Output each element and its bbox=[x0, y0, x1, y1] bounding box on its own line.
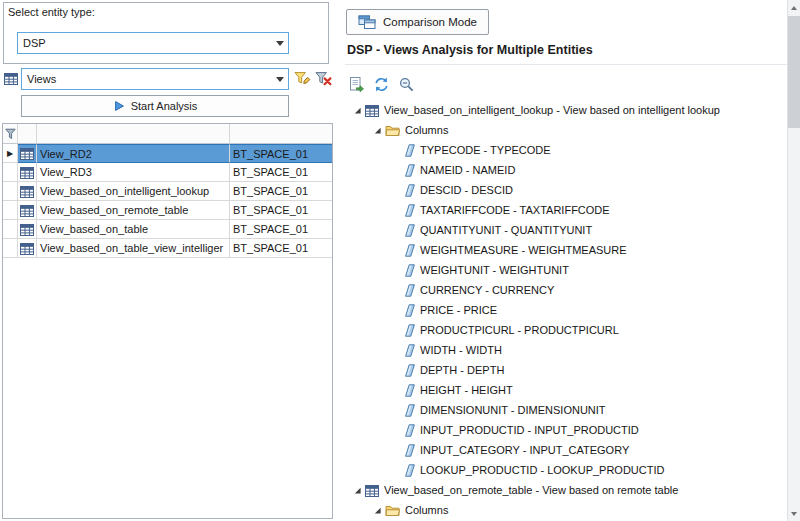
tree-node-label: INPUT_CATEGORY - INPUT_CATEGORY bbox=[420, 444, 629, 456]
column-icon bbox=[405, 384, 415, 397]
tree-node-label: Columns bbox=[405, 124, 448, 136]
tree-node-folder[interactable]: Columns bbox=[345, 120, 787, 140]
play-icon bbox=[113, 100, 125, 112]
tree-node-column[interactable]: WEIGHTMEASURE - WEIGHTMEASURE bbox=[345, 240, 787, 260]
column-icon bbox=[405, 304, 415, 317]
row-indicator bbox=[3, 220, 18, 239]
tree-node-label: WEIGHTUNIT - WEIGHTUNIT bbox=[420, 264, 569, 276]
row-indicator bbox=[3, 201, 18, 220]
entity-type-value: DSP bbox=[18, 37, 271, 49]
chevron-down-icon[interactable] bbox=[271, 69, 288, 89]
view-name-cell: View_based_on_remote_table bbox=[37, 201, 230, 220]
tree-node-column[interactable]: NAMEID - NAMEID bbox=[345, 160, 787, 180]
view-name-cell: View_based_on_table_view_intelliger bbox=[37, 239, 230, 258]
entity-type-label: Select entity type: bbox=[8, 6, 95, 18]
grid-header bbox=[3, 124, 332, 144]
tree-node-label: View_based_on_intelligent_lookup - View … bbox=[384, 104, 720, 116]
view-name-cell: View_RD3 bbox=[37, 163, 230, 182]
tree-node-column[interactable]: PRICE - PRICE bbox=[345, 300, 787, 320]
table-row[interactable]: View_based_on_table_view_intelligerBT_SP… bbox=[3, 239, 332, 258]
expand-arrow-icon[interactable] bbox=[351, 486, 364, 495]
space-cell: BT_SPACE_01 bbox=[230, 201, 332, 220]
column-icon bbox=[405, 324, 415, 337]
tree-node-label: HEIGHT - HEIGHT bbox=[420, 384, 513, 396]
app-window: Select entity type: DSP Views Start Anal… bbox=[0, 0, 800, 521]
column-icon bbox=[405, 144, 415, 157]
tree-node-column[interactable]: TAXTARIFFCODE - TAXTARIFFCODE bbox=[345, 200, 787, 220]
entity-type-combobox[interactable]: DSP bbox=[17, 32, 289, 54]
tree-node-view[interactable]: View_based_on_remote_table - View based … bbox=[345, 480, 787, 500]
expand-arrow-icon[interactable] bbox=[351, 106, 364, 115]
tree-node-column[interactable]: TYPECODE - TYPECODE bbox=[345, 140, 787, 160]
tree-toolbar bbox=[346, 74, 416, 94]
view-icon bbox=[18, 163, 37, 182]
tree-node-label: TYPECODE - TYPECODE bbox=[420, 144, 551, 156]
analysis-tree: View_based_on_intelligent_lookup - View … bbox=[345, 100, 787, 521]
tree-node-column[interactable]: LOOKUP_PRODUCTID - LOOKUP_PRODUCTID bbox=[345, 460, 787, 480]
space-cell: BT_SPACE_01 bbox=[230, 220, 332, 239]
filter-icon[interactable] bbox=[3, 124, 18, 143]
search-icon[interactable] bbox=[396, 74, 416, 94]
vertical-scrollbar[interactable] bbox=[787, 0, 800, 521]
tree-node-column[interactable]: HEIGHT - HEIGHT bbox=[345, 380, 787, 400]
table-row[interactable]: View_based_on_intelligent_lookupBT_SPACE… bbox=[3, 182, 332, 201]
grid-header-space-column[interactable] bbox=[230, 124, 332, 143]
space-cell: BT_SPACE_01 bbox=[230, 144, 332, 163]
view-icon bbox=[18, 239, 37, 258]
tree-node-column[interactable]: QUANTITYUNIT - QUANTITYUNIT bbox=[345, 220, 787, 240]
tree-node-view[interactable]: View_based_on_intelligent_lookup - View … bbox=[345, 100, 787, 120]
entity-selection-panel: Select entity type: DSP Views Start Anal… bbox=[0, 0, 337, 521]
chevron-down-icon[interactable] bbox=[271, 33, 288, 53]
column-icon bbox=[405, 164, 415, 177]
current-row-marker-icon: ▶ bbox=[7, 149, 13, 158]
sync-icon[interactable] bbox=[371, 74, 391, 94]
column-icon bbox=[405, 464, 415, 477]
views-entity-icon bbox=[4, 72, 18, 85]
tree-node-column[interactable]: DIMENSIONUNIT - DIMENSIONUNIT bbox=[345, 400, 787, 420]
tree-node-label: NAMEID - NAMEID bbox=[420, 164, 515, 176]
analysis-panel: Comparison Mode DSP - Views Analysis for… bbox=[345, 0, 787, 521]
tree-node-column[interactable]: DEPTH - DEPTH bbox=[345, 360, 787, 380]
view-icon bbox=[18, 144, 37, 163]
export-icon[interactable] bbox=[346, 74, 366, 94]
expand-arrow-icon[interactable] bbox=[371, 126, 384, 135]
tree-node-column[interactable]: INPUT_PRODUCTID - INPUT_PRODUCTID bbox=[345, 420, 787, 440]
scrollbar-thumb[interactable] bbox=[788, 16, 800, 128]
view-name-cell: View_based_on_table bbox=[37, 220, 230, 239]
tree-node-folder[interactable]: Columns bbox=[345, 500, 787, 520]
entity-combobox[interactable]: Views bbox=[21, 68, 289, 90]
view-icon bbox=[18, 182, 37, 201]
tree-node-column[interactable]: PRODUCTPICURL - PRODUCTPICURL bbox=[345, 320, 787, 340]
scroll-up-icon[interactable] bbox=[788, 0, 800, 15]
clear-filter-icon[interactable] bbox=[313, 69, 333, 89]
tree-node-column[interactable]: WIDTH - WIDTH bbox=[345, 340, 787, 360]
view-name-cell: View_based_on_intelligent_lookup bbox=[37, 182, 230, 201]
tree-node-label: PRICE - PRICE bbox=[420, 304, 497, 316]
table-row[interactable]: View_based_on_tableBT_SPACE_01 bbox=[3, 220, 332, 239]
tree-node-label: QUANTITYUNIT - QUANTITYUNIT bbox=[420, 224, 592, 236]
scroll-down-icon[interactable] bbox=[788, 506, 800, 521]
comparison-mode-label: Comparison Mode bbox=[383, 16, 477, 28]
folder-icon bbox=[385, 124, 400, 137]
comparison-mode-button[interactable]: Comparison Mode bbox=[346, 9, 489, 35]
row-indicator bbox=[3, 239, 18, 258]
table-row[interactable]: ▶View_RD2BT_SPACE_01 bbox=[3, 144, 332, 163]
tree-node-column[interactable]: DESCID - DESCID bbox=[345, 180, 787, 200]
grid-header-name-column[interactable] bbox=[37, 124, 230, 143]
folder-icon bbox=[385, 504, 400, 517]
tree-node-column[interactable]: INPUT_CATEGORY - INPUT_CATEGORY bbox=[345, 440, 787, 460]
edit-filter-icon[interactable] bbox=[292, 69, 312, 89]
column-icon bbox=[405, 284, 415, 297]
grid-header-icon-column bbox=[18, 124, 37, 143]
separator bbox=[345, 64, 787, 65]
tree-node-label: DESCID - DESCID bbox=[420, 184, 513, 196]
tree-node-column[interactable]: WEIGHTUNIT - WEIGHTUNIT bbox=[345, 260, 787, 280]
start-analysis-label: Start Analysis bbox=[131, 100, 198, 112]
tree-node-label: CURRENCY - CURRENCY bbox=[420, 284, 554, 296]
space-cell: BT_SPACE_01 bbox=[230, 182, 332, 201]
table-row[interactable]: View_RD3BT_SPACE_01 bbox=[3, 163, 332, 182]
start-analysis-button[interactable]: Start Analysis bbox=[21, 95, 289, 117]
tree-node-column[interactable]: CURRENCY - CURRENCY bbox=[345, 280, 787, 300]
expand-arrow-icon[interactable] bbox=[371, 506, 384, 515]
table-row[interactable]: View_based_on_remote_tableBT_SPACE_01 bbox=[3, 201, 332, 220]
